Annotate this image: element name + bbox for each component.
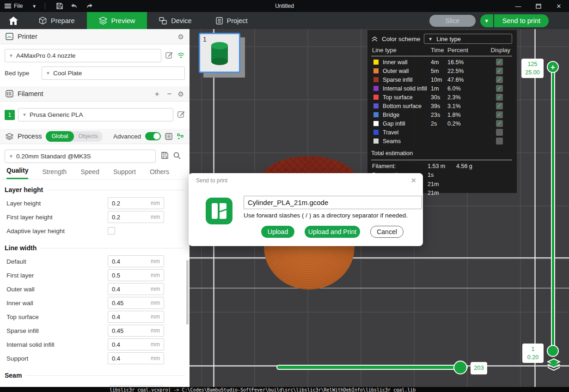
printer-settings-gear-icon[interactable]: ⚙ [178, 33, 184, 40]
line-width-default-input[interactable]: 0.4mm [108, 255, 164, 267]
legend-row: Seams [371, 137, 512, 145]
tab-speed[interactable]: Speed [80, 168, 99, 179]
filament-edit-icon[interactable] [177, 110, 185, 120]
display-checkbox[interactable] [496, 85, 503, 92]
move-slider-handle[interactable] [453, 361, 467, 374]
line-width-support-input[interactable]: 0.4mm [108, 352, 164, 364]
statusbar: libslic3r_cgal.vcxproj -> C:\Codes\Bambu… [0, 387, 569, 392]
undo-icon[interactable] [68, 2, 80, 10]
first-layer-height-input[interactable]: 0.2mm [108, 211, 164, 223]
printer-edit-icon[interactable] [165, 51, 173, 60]
send-dropdown-button[interactable]: ▼ [480, 14, 494, 27]
statusbar-text: libslic3r_cgal.vcxproj -> C:\Codes\Bambu… [110, 387, 416, 392]
scope-global[interactable]: Global [46, 131, 73, 142]
line-width-inner-wall-input[interactable]: 0.45mm [108, 297, 164, 309]
chevron-down-icon: ▼ [9, 154, 13, 159]
line-width-outer-wall-input[interactable]: 0.4mm [108, 283, 164, 295]
slice-button[interactable]: Slice [429, 15, 476, 27]
advanced-toggle[interactable] [145, 132, 161, 140]
layer-slider-track[interactable] [551, 67, 555, 351]
layers-mode-button[interactable] [546, 358, 561, 372]
send-to-print-button[interactable]: Send to print [494, 14, 549, 27]
display-checkbox[interactable] [496, 120, 503, 127]
titlebar: File ▼ Untitled — ✕ [0, 0, 569, 12]
tab-others[interactable]: Others [150, 168, 169, 179]
layer-height-section-title: Layer height [5, 186, 185, 193]
display-checkbox[interactable] [496, 76, 503, 83]
line-width-first-layer-input[interactable]: 0.5mm [108, 269, 164, 281]
tab-preview[interactable]: Preview [87, 12, 147, 29]
collapse-panel-icon[interactable] [371, 36, 378, 42]
tab-device-label: Device [171, 17, 191, 24]
line-type-swatch [373, 112, 379, 117]
dialog-close-icon[interactable]: ✕ [410, 176, 416, 185]
adaptive-layer-height-checkbox[interactable] [108, 227, 115, 235]
legend-row: Travel [371, 128, 512, 137]
tab-preview-label: Preview [111, 17, 135, 24]
device-icon [159, 17, 167, 24]
view-mode-dropdown[interactable]: ▼ Line type [424, 34, 512, 44]
line-width-sparse-infill-input[interactable]: 0.45mm [108, 325, 164, 337]
settings-scrollbar[interactable] [186, 260, 189, 325]
save-preset-icon[interactable] [161, 152, 168, 161]
close-button[interactable]: ✕ [549, 0, 569, 12]
file-menu[interactable]: File [5, 3, 23, 9]
layer-height-input[interactable]: 0.2mm [108, 197, 164, 209]
move-slider-track[interactable] [276, 365, 468, 370]
project-icon [216, 17, 223, 24]
file-menu-chevron-icon[interactable]: ▼ [32, 4, 37, 9]
stacked-layers-icon [546, 358, 561, 372]
scope-objects[interactable]: Objects [74, 133, 103, 139]
layer-slider-bottom-handle[interactable] [547, 345, 559, 357]
process-scope-segmented[interactable]: Global Objects [46, 131, 103, 142]
filament-slot-badge[interactable]: 1 [5, 110, 15, 120]
tab-support[interactable]: Support [113, 168, 136, 179]
minimize-button[interactable]: — [508, 0, 528, 12]
plate-thumbnail[interactable]: 1 [199, 33, 240, 73]
navbar: Prepare Preview Device Project Slice ▼ S… [0, 12, 569, 29]
upload-button[interactable]: Upload [261, 226, 294, 238]
display-checkbox[interactable] [496, 129, 503, 136]
setting-row: First layer 0.5mm [0, 268, 190, 282]
advanced-label: Advanced [113, 133, 141, 140]
upload-and-print-button[interactable]: Upload and Print [305, 226, 360, 238]
top-layer-number: 125 [523, 60, 542, 68]
add-filament-button[interactable]: + [153, 90, 161, 98]
legend-row: Gap infill2s0.2% [371, 119, 512, 128]
display-checkbox[interactable] [496, 103, 503, 109]
tab-device[interactable]: Device [147, 12, 203, 29]
line-width-top-surface-input[interactable]: 0.4mm [108, 311, 164, 323]
display-checkbox[interactable] [496, 111, 503, 118]
settings-panel: Printer ⚙ ▼ A4MaxPro 0.4 nozzle Bed type… [0, 29, 190, 388]
display-checkbox[interactable] [496, 94, 503, 101]
filament-preset-dropdown[interactable]: ▼ Prusa Generic PLA [18, 108, 173, 121]
send-to-print-dialog: Send to print ✕ Use forward slashes ( / … [189, 173, 423, 246]
legend-row: Internal solid infill1m6.0% [371, 84, 512, 93]
redo-icon[interactable] [83, 2, 95, 10]
parameter-list-icon[interactable] [165, 133, 172, 140]
display-checkbox[interactable] [496, 67, 503, 74]
display-checkbox[interactable] [496, 138, 503, 145]
setting-row: Sparse infill 0.45mm [0, 324, 190, 338]
tab-project[interactable]: Project [204, 12, 260, 29]
tab-strength[interactable]: Strength [42, 168, 67, 179]
save-icon[interactable] [54, 2, 66, 10]
remove-filament-button[interactable]: − [165, 90, 174, 98]
process-preset-dropdown[interactable]: ▼ 0.20mm Standard @MK3S [5, 150, 156, 163]
home-button[interactable] [0, 17, 27, 25]
line-type-swatch [373, 60, 379, 65]
search-preset-icon[interactable] [173, 152, 181, 161]
maximize-button[interactable] [528, 0, 549, 12]
printer-preset-dropdown[interactable]: ▼ A4MaxPro 0.4 nozzle [5, 49, 161, 62]
line-width-internal-solid-infill-input[interactable]: 0.4mm [108, 338, 164, 350]
compare-presets-icon[interactable] [177, 133, 184, 140]
printer-connection-wifi-icon[interactable] [177, 52, 185, 60]
layer-slider-top-handle[interactable]: + [547, 61, 559, 73]
filament-settings-gear-icon[interactable]: ⚙ [178, 90, 184, 97]
display-checkbox[interactable] [496, 59, 503, 66]
tab-quality[interactable]: Quality [6, 167, 28, 179]
tab-prepare[interactable]: Prepare [27, 12, 87, 29]
cancel-button[interactable]: Cancel [370, 226, 404, 238]
bed-type-dropdown[interactable]: ▼ Cool Plate [42, 66, 185, 80]
filename-input[interactable] [244, 196, 422, 209]
